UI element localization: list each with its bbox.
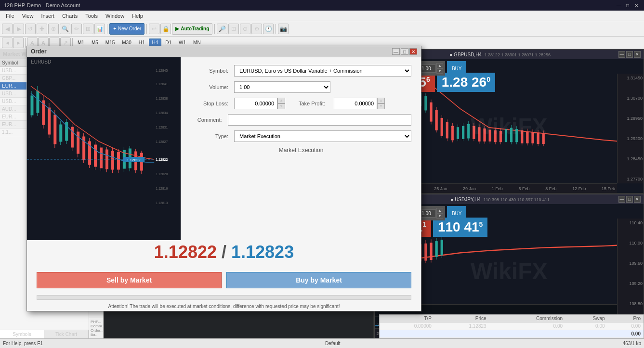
svg-text:1.12820: 1.12820 xyxy=(156,172,168,176)
stop-loss-item: ▲ ▼ xyxy=(234,98,285,109)
take-profit-wrapper: ▲ ▼ xyxy=(334,98,385,109)
take-profit-down-btn[interactable]: ▼ xyxy=(377,103,385,109)
price-action-section: 1.12822 / 1.12823 xyxy=(27,240,421,267)
take-profit-spin-btns: ▲ ▼ xyxy=(377,98,385,109)
buy-price-display: 1.12823 xyxy=(231,242,294,262)
comment-label: Comment: xyxy=(191,117,228,123)
price-slash: / xyxy=(222,242,231,262)
type-label: Type: xyxy=(191,133,234,139)
dialog-chart-symbol-label: EURUSD xyxy=(31,59,51,64)
sell-price-display: 1.12822 xyxy=(154,242,217,262)
svg-text:1.12841: 1.12841 xyxy=(156,82,168,86)
volume-row: Volume: 1.00 xyxy=(191,81,411,93)
stop-loss-row: Stop Loss: ▲ ▼ Take Profit: xyxy=(191,98,411,109)
svg-rect-189 xyxy=(48,108,51,134)
stop-loss-input[interactable] xyxy=(234,98,277,109)
take-profit-input[interactable] xyxy=(334,98,377,109)
type-control: Market Execution xyxy=(234,130,411,142)
market-price-display: 1.12822 / 1.12823 xyxy=(37,242,411,262)
take-profit-label: Take Profit: xyxy=(299,101,325,106)
comment-input[interactable] xyxy=(228,114,411,126)
dialog-minimize-btn[interactable]: — xyxy=(392,48,400,55)
svg-text:1.12831: 1.12831 xyxy=(156,126,168,129)
market-execution-section: Market Execution xyxy=(191,147,411,161)
svg-text:1.12822: 1.12822 xyxy=(156,158,168,161)
svg-text:1.12838: 1.12838 xyxy=(156,97,168,100)
stop-loss-wrapper: ▲ ▼ xyxy=(234,98,285,109)
symbol-select-wrapper: EURUSD, Euro vs US Dollar Variable + Com… xyxy=(234,65,411,77)
svg-text:1.12813: 1.12813 xyxy=(156,201,168,205)
dialog-title-bar: Order — □ ✕ xyxy=(27,46,421,57)
action-buttons-row: Sell by Market Buy by Market xyxy=(37,272,411,288)
market-exec-label: Market Execution xyxy=(200,147,402,154)
svg-text:1.12816: 1.12816 xyxy=(156,187,168,190)
dialog-body: EURUSD 1.12845 1.12841 1.12838 1.12834 1… xyxy=(27,57,421,240)
take-profit-up-btn[interactable]: ▲ xyxy=(377,98,385,103)
dialog-title: Order xyxy=(31,48,47,55)
dialog-close-btn[interactable]: ✕ xyxy=(409,48,417,55)
stop-loss-down-btn[interactable]: ▼ xyxy=(277,103,285,109)
dialog-chart-svg: 1.12845 1.12841 1.12838 1.12834 1.12831 … xyxy=(27,57,181,240)
svg-text:1.12834: 1.12834 xyxy=(156,111,168,115)
buy-by-market-button[interactable]: Buy by Market xyxy=(226,272,411,288)
volume-select[interactable]: 1.00 xyxy=(234,81,330,93)
stop-loss-label: Stop Loss: xyxy=(191,101,234,106)
order-dialog: Order — □ ✕ EURUSD 1.12845 1.12841 1.128… xyxy=(26,46,421,311)
symbol-label: Symbol: xyxy=(191,68,234,74)
attention-text: Attention! The trade will be executed at… xyxy=(27,302,421,311)
type-select[interactable]: Market Execution xyxy=(234,130,411,142)
svg-text:1.12827: 1.12827 xyxy=(156,140,168,143)
type-row: Type: Market Execution xyxy=(191,130,411,142)
stop-loss-up-btn[interactable]: ▲ xyxy=(277,98,285,103)
comment-row: Comment: xyxy=(191,114,411,126)
sell-by-market-button[interactable]: Sell by Market xyxy=(37,272,222,288)
symbol-row: Symbol: EURUSD, Euro vs US Dollar Variab… xyxy=(191,65,411,77)
dialog-restore-btn[interactable]: □ xyxy=(401,48,408,55)
dialog-chart-preview: EURUSD 1.12845 1.12841 1.12838 1.12834 1… xyxy=(27,57,181,240)
symbol-select[interactable]: EURUSD, Euro vs US Dollar Variable + Com… xyxy=(234,65,411,77)
order-dialog-overlay: Order — □ ✕ EURUSD 1.12845 1.12841 1.128… xyxy=(0,0,644,348)
stop-take-controls: ▲ ▼ Take Profit: ▲ ▼ xyxy=(234,98,385,109)
dialog-controls[interactable]: — □ ✕ xyxy=(392,48,417,55)
progress-bar xyxy=(37,295,411,300)
svg-rect-193 xyxy=(60,125,62,142)
svg-text:1.12845: 1.12845 xyxy=(156,69,168,72)
stop-loss-spin-btns: ▲ ▼ xyxy=(277,98,285,109)
volume-control: 1.00 xyxy=(234,81,411,93)
volume-label: Volume: xyxy=(191,84,234,90)
order-form: Symbol: EURUSD, Euro vs US Dollar Variab… xyxy=(181,57,421,240)
svg-text:1.12822: 1.12822 xyxy=(127,158,141,162)
take-profit-item: ▲ ▼ xyxy=(334,98,385,109)
